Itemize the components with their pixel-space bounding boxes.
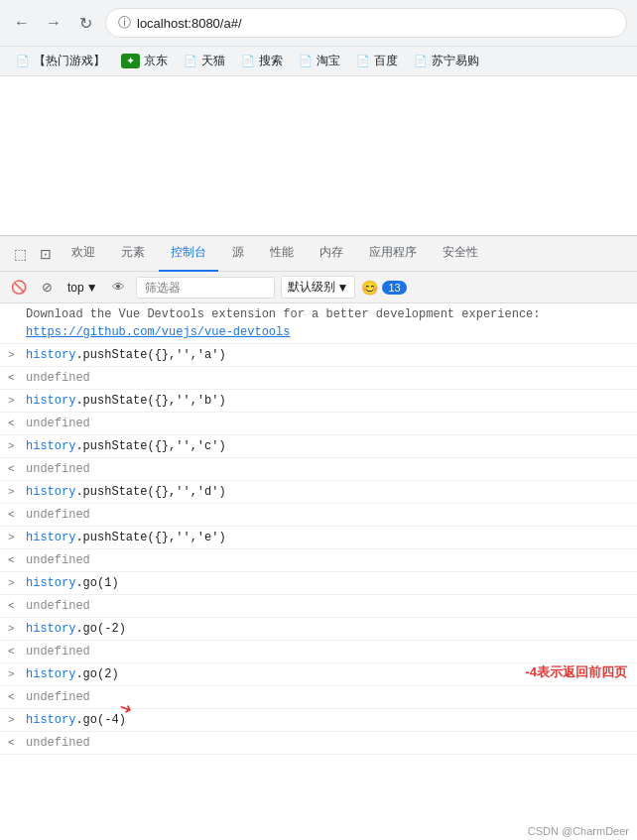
bookmark-tianmao[interactable]: 📄 天猫: [178, 51, 231, 71]
console-line: < undefined: [0, 732, 637, 755]
devtools-console-toolbar: 🚫 ⊘ top ▼ 👁 默认级别 ▼ 😊 13: [0, 272, 637, 303]
console-text: undefined: [26, 415, 629, 432]
bookmark-label: 苏宁易购: [432, 53, 479, 69]
console-line: > history.pushState({},'','e'): [0, 527, 637, 549]
console-text: undefined: [26, 643, 629, 660]
console-result-icon: <: [8, 415, 20, 432]
devtools-tabs: ⬚ ⊡ 欢迎 元素 控制台 源 性能 内存 应用程序 安全性: [0, 236, 637, 272]
bookmark-hot-games[interactable]: 📄 【热门游戏】: [10, 51, 111, 71]
history-keyword: history: [26, 439, 75, 453]
console-line: < undefined: [0, 367, 637, 390]
tab-performance[interactable]: 性能: [258, 236, 306, 272]
console-text: history.pushState({},'','e'): [26, 529, 629, 546]
info-icon: ⓘ: [118, 14, 131, 32]
history-keyword: history: [26, 348, 75, 362]
console-text: history.pushState({},'','c'): [26, 437, 629, 455]
refresh-button[interactable]: ↻: [73, 11, 97, 35]
bookmark-icon: 📄: [16, 55, 30, 67]
console-text: undefined: [26, 506, 629, 524]
tab-application[interactable]: 应用程序: [357, 236, 429, 272]
tab-sources[interactable]: 源: [220, 236, 256, 272]
back-button[interactable]: ←: [10, 11, 34, 35]
eye-icon[interactable]: 👁: [108, 277, 130, 299]
error-count-area: 😊 13: [361, 280, 406, 296]
console-line: < undefined: [0, 595, 637, 618]
console-text: history.pushState({},'','d'): [26, 483, 629, 501]
bookmark-taobao[interactable]: 📄 淘宝: [293, 51, 346, 71]
bookmark-search[interactable]: 📄 搜索: [235, 51, 289, 71]
console-result-icon: <: [8, 369, 20, 387]
bookmark-label: 京东: [144, 53, 168, 69]
history-keyword: history: [26, 713, 75, 727]
console-text: undefined: [26, 460, 629, 478]
inspect-icon[interactable]: ⬚: [8, 242, 32, 266]
console-line: < undefined: [0, 686, 637, 709]
filter-toggle-button[interactable]: ⊘: [36, 277, 58, 299]
console-expand-icon: >: [8, 620, 20, 638]
tab-security[interactable]: 安全性: [431, 236, 490, 272]
console-output: Download the Vue Devtools extension for …: [0, 303, 637, 840]
console-result-icon: <: [8, 643, 20, 660]
console-text: Download the Vue Devtools extension for …: [26, 305, 629, 341]
console-text: history.go(-2): [26, 620, 629, 638]
jd-icon: ✦: [121, 54, 140, 68]
log-level-dropdown-icon: ▼: [337, 281, 349, 295]
console-result-icon: <: [8, 597, 20, 615]
console-text: undefined: [26, 369, 629, 387]
console-line: < undefined: [0, 549, 637, 572]
console-line: > history.go(-2): [0, 618, 637, 641]
context-selector[interactable]: top ▼: [64, 279, 102, 297]
browser-chrome: ← → ↻ ⓘ localhost:8080/a#/ 📄 【热门游戏】 ✦ 京东…: [0, 0, 637, 76]
browser-toolbar: ← → ↻ ⓘ localhost:8080/a#/: [0, 0, 637, 46]
console-result-icon: <: [8, 506, 20, 524]
log-level-selector[interactable]: 默认级别 ▼: [281, 276, 356, 299]
bookmark-label: 【热门游戏】: [34, 53, 105, 69]
annotation-text: -4表示返回前四页: [525, 663, 627, 681]
console-text: undefined: [26, 551, 629, 569]
error-emoji-icon: 😊: [361, 280, 378, 296]
responsive-icon[interactable]: ⊡: [34, 242, 58, 266]
console-line: < undefined: [0, 413, 637, 435]
console-text: history.pushState({},'','a'): [26, 346, 629, 364]
console-expand-icon: >: [8, 346, 20, 364]
history-keyword: history: [26, 394, 75, 408]
console-result-icon: <: [8, 460, 20, 478]
console-result-icon: <: [8, 688, 20, 706]
console-expand-icon: >: [8, 529, 20, 546]
console-result-icon: <: [8, 551, 20, 569]
bookmark-icon: 📄: [414, 55, 428, 67]
bookmark-icon: 📄: [184, 55, 197, 67]
bookmark-jd[interactable]: ✦ 京东: [115, 51, 174, 71]
tab-elements[interactable]: 元素: [109, 236, 157, 272]
bookmark-label: 搜索: [259, 53, 283, 69]
console-text: undefined: [26, 688, 629, 706]
forward-button[interactable]: →: [42, 11, 65, 35]
console-line: < undefined: [0, 641, 637, 663]
bookmark-baidu[interactable]: 📄 百度: [350, 51, 404, 71]
console-expand-icon: >: [8, 574, 20, 592]
console-line-annotated: > history.go(2) -4表示返回前四页: [0, 663, 637, 686]
filter-input[interactable]: [136, 277, 275, 299]
console-text: history.go(1): [26, 574, 629, 592]
console-expand-icon: >: [8, 437, 20, 455]
vue-devtools-link[interactable]: https://github.com/vuejs/vue-devtools: [26, 325, 290, 339]
console-result-icon: <: [8, 734, 20, 752]
bookmark-suning[interactable]: 📄 苏宁易购: [408, 51, 485, 71]
console-expand-icon: >: [8, 392, 20, 410]
tab-memory[interactable]: 内存: [308, 236, 355, 272]
tab-console[interactable]: 控制台: [159, 236, 218, 272]
bookmark-icon: 📄: [241, 55, 255, 67]
console-expand-icon: >: [8, 711, 20, 729]
devtools-panel: ⬚ ⊡ 欢迎 元素 控制台 源 性能 内存 应用程序 安全性 🚫 ⊘ top: [0, 235, 637, 840]
tab-welcome[interactable]: 欢迎: [60, 236, 107, 272]
bookmark-label: 天猫: [201, 53, 225, 69]
clear-console-button[interactable]: 🚫: [8, 277, 30, 299]
console-line: Download the Vue Devtools extension for …: [0, 303, 637, 344]
console-line: < undefined: [0, 458, 637, 481]
bookmark-icon: 📄: [299, 55, 313, 67]
address-bar[interactable]: ⓘ localhost:8080/a#/: [105, 8, 627, 38]
bookmark-label: 百度: [374, 53, 398, 69]
console-line-go-neg4: > history.go(-4) ➜: [0, 709, 637, 732]
console-line: < undefined: [0, 504, 637, 527]
console-text: undefined: [26, 597, 629, 615]
